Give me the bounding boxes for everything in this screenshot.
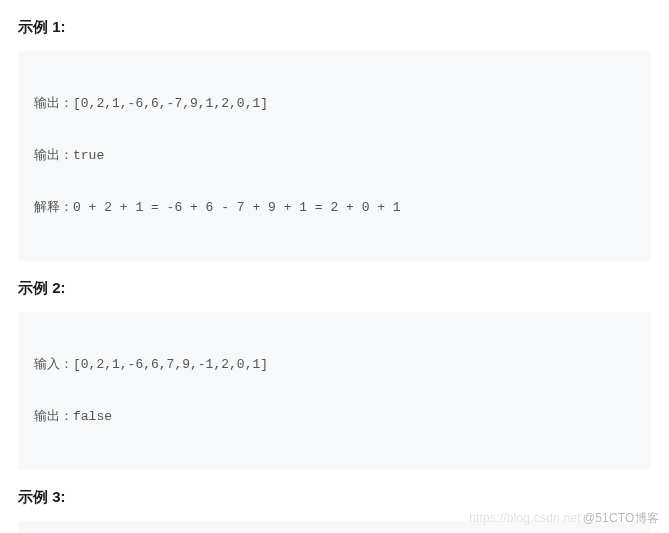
- code-line: 解释：0 + 2 + 1 = -6 + 6 - 7 + 9 + 1 = 2 + …: [34, 195, 635, 221]
- example-1-heading: 示例 1:: [18, 18, 651, 37]
- example-1-code: 输出：[0,2,1,-6,6,-7,9,1,2,0,1] 输出：true 解释：…: [18, 51, 651, 261]
- code-line: 输出：false: [34, 404, 635, 430]
- code-line: 输出：[0,2,1,-6,6,-7,9,1,2,0,1]: [34, 91, 635, 117]
- code-line: 输入：[0,2,1,-6,6,7,9,-1,2,0,1]: [34, 352, 635, 378]
- example-3-code: 输入：[3,3,6,5,-2,2,5,1,-9,4] 输出：true 解释：3 …: [18, 521, 651, 533]
- example-2-code: 输入：[0,2,1,-6,6,7,9,-1,2,0,1] 输出：false: [18, 312, 651, 470]
- example-2-heading: 示例 2:: [18, 279, 651, 298]
- code-line: 输出：true: [34, 143, 635, 169]
- example-3-heading: 示例 3:: [18, 488, 651, 507]
